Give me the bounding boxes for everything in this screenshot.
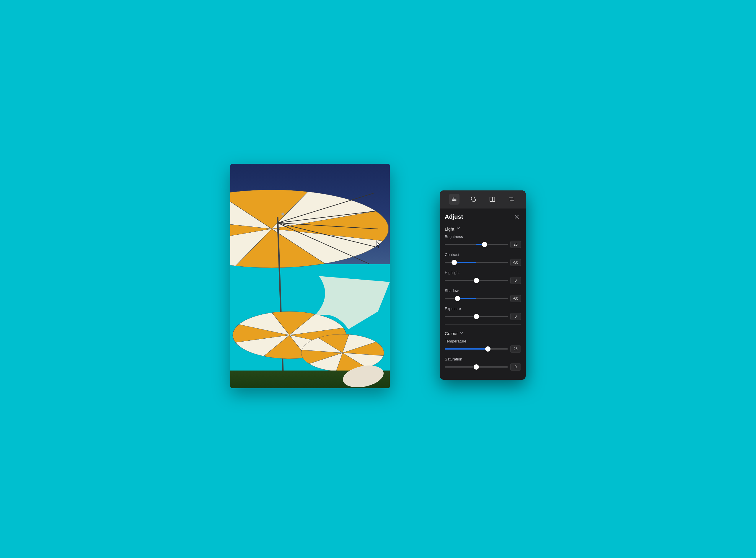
saturation-value[interactable]: 0 <box>510 363 521 371</box>
shadow-control: -60 <box>445 295 521 302</box>
light-section-label: Light <box>445 226 454 231</box>
highlight-row: Highlight 0 <box>445 271 521 284</box>
adjust-tool-button[interactable] <box>449 194 459 205</box>
highlight-label: Highlight <box>445 271 521 275</box>
light-chevron-icon <box>456 226 460 231</box>
brightness-value[interactable]: 25 <box>510 240 521 248</box>
shadow-label: Shadow <box>445 288 521 293</box>
brightness-label: Brightness <box>445 234 521 239</box>
photo-canvas <box>230 164 390 388</box>
exposure-control: 0 <box>445 313 521 320</box>
scene: Adjust Light Brightness <box>230 164 526 394</box>
exposure-value[interactable]: 0 <box>510 313 521 320</box>
temperature-value[interactable]: 26 <box>510 345 521 353</box>
saturation-label: Saturation <box>445 357 521 361</box>
compare-tool-button[interactable] <box>487 194 498 205</box>
saturation-row: Saturation 0 <box>445 357 521 371</box>
temperature-control: 26 <box>445 345 521 353</box>
shadow-row: Shadow -60 <box>445 288 521 302</box>
saturation-slider[interactable] <box>445 364 508 370</box>
contrast-row: Contrast -50 <box>445 252 521 266</box>
svg-rect-7 <box>493 197 495 202</box>
colour-section-header[interactable]: Colour <box>445 328 521 339</box>
contrast-control: -50 <box>445 259 521 266</box>
highlight-slider[interactable] <box>445 278 508 283</box>
close-button[interactable] <box>513 212 521 221</box>
shadow-slider[interactable] <box>445 296 508 301</box>
contrast-slider[interactable] <box>445 259 508 265</box>
brightness-slider[interactable] <box>445 242 508 247</box>
light-section-header[interactable]: Light <box>445 224 521 234</box>
svg-rect-6 <box>490 197 492 202</box>
panel-title: Adjust <box>445 213 463 220</box>
temperature-label: Temperature <box>445 339 521 344</box>
temperature-slider[interactable] <box>445 346 508 352</box>
crop-tool-button[interactable] <box>506 194 517 205</box>
svg-point-4 <box>454 199 455 200</box>
svg-point-3 <box>453 198 454 198</box>
contrast-label: Contrast <box>445 252 521 257</box>
exposure-label: Exposure <box>445 306 521 311</box>
toolbar <box>440 191 526 208</box>
colour-chevron-icon <box>459 331 464 336</box>
photo-card <box>230 164 390 388</box>
brightness-control: 25 <box>445 240 521 248</box>
saturation-control: 0 <box>445 363 521 371</box>
exposure-row: Exposure 0 <box>445 306 521 320</box>
colour-section-label: Colour <box>445 331 458 336</box>
highlight-value[interactable]: 0 <box>510 277 521 284</box>
rotate-tool-button[interactable] <box>468 194 479 205</box>
adjust-panel: Adjust Light Brightness <box>440 191 526 380</box>
contrast-value[interactable]: -50 <box>510 259 521 266</box>
svg-point-5 <box>453 200 454 201</box>
brightness-row: Brightness 25 <box>445 234 521 248</box>
panel-header: Adjust <box>440 208 526 224</box>
panel-content: Light Brightness 25 <box>440 224 526 380</box>
shadow-value[interactable]: -60 <box>510 295 521 302</box>
exposure-slider[interactable] <box>445 313 508 320</box>
temperature-row: Temperature 26 <box>445 339 521 353</box>
highlight-control: 0 <box>445 277 521 284</box>
